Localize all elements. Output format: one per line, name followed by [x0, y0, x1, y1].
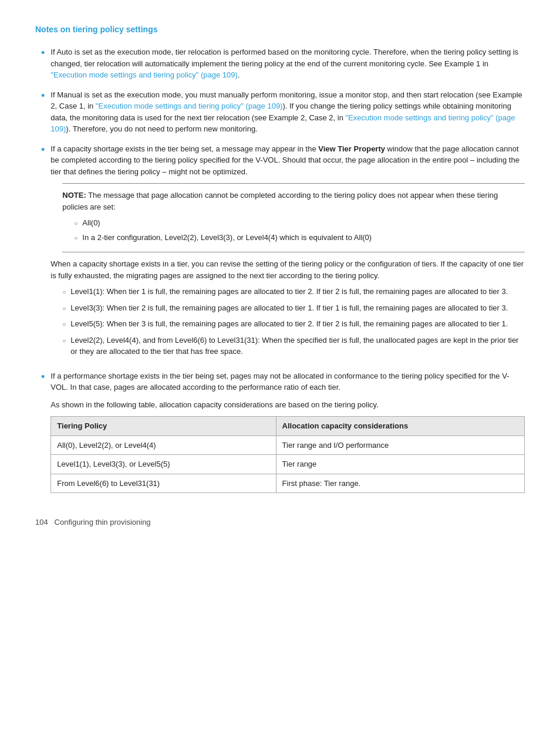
bullet3-bold: View Tier Property: [318, 144, 385, 153]
page-footer: 104 Configuring thin provisioning: [35, 517, 525, 528]
table-cell-policy-2: Level1(1), Level3(3), or Level5(5): [51, 455, 276, 474]
sub-item-2: ○ Level3(3): When tier 2 is full, the re…: [62, 302, 525, 314]
sub-item-1: ○ Level1(1): When tier 1 is full, the re…: [62, 286, 525, 298]
bullet-dot-1: •: [41, 45, 45, 61]
table-cell-alloc-1: Tier range and I/O performance: [276, 436, 524, 455]
sub-dot-4: ○: [62, 336, 66, 345]
note-item-2: ○ In a 2-tier configuration, Level2(2), …: [74, 232, 525, 244]
sub-item-4: ○ Level2(2), Level4(4), and from Level6(…: [62, 335, 525, 357]
bullet4-text2: As shown in the following table, allocat…: [50, 399, 525, 411]
bullet-item-1: • If Auto is set as the execution mode, …: [41, 46, 525, 81]
page-heading: Notes on tiering policy settings: [35, 23, 525, 36]
tiering-policy-table: Tiering Policy Allocation capacity consi…: [50, 416, 525, 493]
bullet1-link[interactable]: "Execution mode settings and tiering pol…: [50, 70, 238, 79]
note-item-1: ○ All(0): [74, 217, 525, 229]
main-bullet-list: • If Auto is set as the execution mode, …: [41, 46, 525, 493]
note-item-1-text: All(0): [82, 217, 100, 229]
bullet-dot-2: •: [41, 88, 45, 104]
bullet-dot-3: •: [41, 142, 45, 158]
sub-item-3-text: Level5(5): When tier 3 is full, the rema…: [70, 318, 508, 330]
note-block: NOTE: The message that page allocation c…: [62, 183, 525, 252]
footer-section: Configuring thin provisioning: [55, 518, 151, 526]
page-number: 104: [35, 518, 48, 526]
table-row: All(0), Level2(2), or Level4(4) Tier ran…: [51, 436, 525, 455]
table-row: Level1(1), Level3(3), or Level5(5) Tier …: [51, 455, 525, 474]
bullet1-text1: If Auto is set as the execution mode, ti…: [50, 48, 518, 68]
table-cell-alloc-3: First phase: Tier range.: [276, 474, 524, 493]
bullet2-link1[interactable]: "Execution mode settings and tiering pol…: [96, 102, 283, 110]
bullet-content-1: If Auto is set as the execution mode, ti…: [50, 46, 525, 81]
table-cell-policy-3: From Level6(6) to Level31(31): [51, 474, 276, 493]
table-header-tiering-policy: Tiering Policy: [51, 417, 276, 436]
sub-item-2-text: Level3(3): When tier 2 is full, the rema…: [70, 302, 508, 314]
bullet-dot-4: •: [41, 369, 45, 385]
bullet-item-4: • If a performance shortage exists in th…: [41, 370, 525, 494]
bullet3-after-note: When a capacity shortage exists in a tie…: [50, 258, 525, 281]
bullet3-sub-list: ○ Level1(1): When tier 1 is full, the re…: [62, 286, 525, 357]
bullet3-text1: If a capacity shortage exists in the tie…: [50, 144, 318, 153]
bullet-content-3: If a capacity shortage exists in the tie…: [50, 143, 525, 362]
bullet-content-4: If a performance shortage exists in the …: [50, 370, 525, 494]
sub-dot-1: ○: [62, 288, 66, 296]
table-header-allocation: Allocation capacity considerations: [276, 417, 524, 436]
note-dot-2: ○: [74, 234, 77, 242]
sub-dot-2: ○: [62, 304, 66, 313]
bullet-item-3: • If a capacity shortage exists in the t…: [41, 143, 525, 362]
bullet1-text2: .: [238, 70, 240, 79]
bullet-item-2: • If Manual is set as the execution mode…: [41, 89, 525, 135]
sub-item-3: ○ Level5(5): When tier 3 is full, the re…: [62, 318, 525, 330]
note-sub-list: ○ All(0) ○ In a 2-tier configuration, Le…: [74, 217, 525, 243]
table-cell-alloc-2: Tier range: [276, 455, 524, 474]
note-item-2-text: In a 2-tier configuration, Level2(2), Le…: [82, 232, 372, 244]
sub-item-1-text: Level1(1): When tier 1 is full, the rema…: [70, 286, 508, 298]
note-label: NOTE:: [62, 191, 86, 200]
sub-item-4-text: Level2(2), Level4(4), and from Level6(6)…: [70, 335, 525, 357]
bullet2-text3: ). Therefore, you do not need to perform…: [66, 124, 257, 133]
bullet4-text1: If a performance shortage exists in the …: [50, 372, 509, 392]
table-header-row: Tiering Policy Allocation capacity consi…: [51, 417, 525, 436]
bullet-content-2: If Manual is set as the execution mode, …: [50, 89, 525, 135]
note-text: The message that page allocation cannot …: [62, 191, 498, 211]
table-cell-policy-1: All(0), Level2(2), or Level4(4): [51, 436, 276, 455]
table-row: From Level6(6) to Level31(31) First phas…: [51, 474, 525, 493]
note-dot-1: ○: [74, 219, 77, 228]
sub-dot-3: ○: [62, 320, 66, 329]
